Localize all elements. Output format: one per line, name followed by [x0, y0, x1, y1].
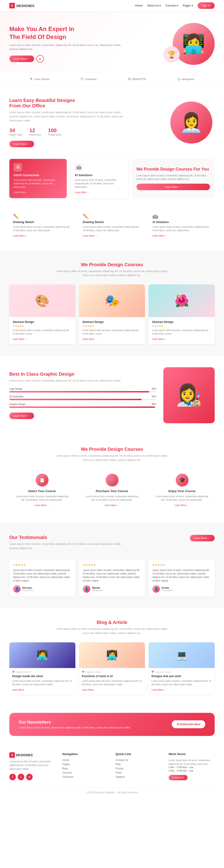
sketch-desc-2: Lorem ipsum dolor sit amet, consectetur … [83, 225, 141, 232]
ai-desc: Lorem ipsum dolor sit amet, consectetur … [75, 178, 124, 189]
testimonial-1: ★★★★★ Lqsum ipsum dolor sit amet, consec… [9, 560, 75, 596]
provide-desc: Lorem ipsum dolor sit amet, consectetur … [136, 174, 210, 181]
course-stars-2: ★★★★★ [83, 324, 142, 328]
progress-fill-logo [9, 391, 149, 393]
step-select-icon: 📋 [36, 474, 49, 487]
blog-date-3: 📅August 29, 2023 [152, 671, 212, 673]
subscribe-button[interactable]: ✉ Subscribe Now [172, 720, 205, 728]
step-purchase-link[interactable]: Learn More → [104, 504, 120, 506]
step-purchase-icon: 🛒 [106, 474, 119, 487]
signin-button[interactable]: Sign In [198, 2, 215, 9]
learn-image: 👩‍💼 [170, 101, 212, 144]
sketch-link-1[interactable]: Learn More → [13, 235, 28, 237]
ai-icon: 🤖 [75, 163, 83, 172]
footer-hours-1: 5 AM – 3 PM Mon – Sat [169, 766, 215, 769]
course-cards: 🎨 Abstract Design ★★★★★ Lorem ipsum dolo… [9, 284, 215, 344]
t-text-3: Lqsum ipsum dolor sit amet, consectetur … [152, 568, 211, 582]
footer-logo-icon: d [9, 752, 15, 758]
hero-person-icon: 👩‍💻 [182, 33, 205, 55]
footer-nav-home[interactable]: Home [63, 758, 109, 762]
brand-roulette: ⊙ ROULETTE [128, 77, 146, 81]
blog-link-3[interactable]: Learn More → [152, 688, 166, 691]
hero-heading: Make You An Expert In The Field Of Desig… [9, 25, 122, 41]
course-link-3[interactable]: Learn More → [152, 338, 167, 340]
provide-card: We Provide Design Courses For You Lorem … [132, 159, 215, 198]
sketch-card-1: ✏️ Drawing Sketch Lorem ipsum dolor sit … [9, 210, 75, 241]
step-purchase: 🛒 Purchase Your Course Lorem ipsum dolor… [79, 469, 145, 512]
step-select-link[interactable]: Learn More → [35, 504, 50, 506]
nav-pages[interactable]: Pages ▾ [183, 4, 193, 7]
footer-nav-blog[interactable]: Blog [63, 767, 109, 770]
footer-track[interactable]: Track [116, 771, 162, 774]
provide-steps-title: We Provide Design Courses [9, 446, 215, 452]
testimonials-desc: Lorem ipsum dolor sit amet, consectetur … [9, 542, 126, 550]
t-stars-2: ★★★★★ [83, 563, 141, 566]
t-text-2: Lqsum ipsum dolor sit amet, consectetur … [83, 568, 141, 582]
blog-desc-1: Lorem ipsum dolor sit amet, consectetur … [12, 679, 72, 686]
course-link-1[interactable]: Learn More → [12, 338, 28, 340]
sketch-link-2[interactable]: Learn More → [83, 235, 98, 237]
footer-pricing[interactable]: Pricing [116, 767, 162, 770]
testimonials-header: Our Testimonials Lorem ipsum dolor sit a… [9, 535, 215, 555]
t-name-2: Rando [92, 586, 103, 589]
nav-home[interactable]: Home [135, 4, 142, 7]
testimonials-btn[interactable]: Learn More → [190, 535, 215, 541]
footer-contact[interactable]: Contact Us [116, 758, 162, 762]
feature-cards: 🖥 UI/UX Conversion Lorem ipsum dolor sit… [0, 159, 224, 208]
footer-nav-courses[interactable]: Courses [63, 771, 109, 774]
learn-more-button-2[interactable]: Learn More → [9, 141, 34, 147]
blog-link-2[interactable]: Learn More → [82, 688, 97, 691]
progress-fill-3d [9, 399, 141, 400]
t-stars-3: ★★★★★ [152, 563, 211, 566]
progress-bars: Logo Design 95% 3D Illustration 90% Gr [9, 388, 156, 408]
footer-quick-title: Quick Link [116, 752, 162, 756]
graphic-learn-btn[interactable]: Learn More → [9, 412, 34, 419]
stat-expert: 34 Expert Team [9, 127, 22, 136]
hero-circle: 👩‍💻 [173, 23, 215, 65]
linkedin-icon[interactable]: in [26, 774, 33, 780]
uiux-title: UI/UX Conversion [13, 174, 63, 177]
sketch-title-2: Drawing Sketch [83, 220, 141, 224]
t-role-1: Designation [22, 589, 34, 591]
blog-link-1[interactable]: Learn More → [12, 688, 27, 691]
blog-card-2: 👩‍💻 📅August 29, 2023 Functions of tools … [79, 642, 145, 694]
course-title-2: Abstract Design [83, 320, 142, 323]
course-body-3: Abstract Design ★★★★★ Lorem ipsum dolor … [149, 317, 215, 344]
steps-row: 📋 Select Your Course Lorem ipsum dolor s… [9, 469, 215, 512]
course-img-1: 🎨 [9, 284, 75, 317]
twitter-icon[interactable]: t [18, 774, 24, 780]
sketch-icon-3: 🤖 [152, 214, 211, 219]
t-author-1: 👤 Devona Designation [13, 585, 72, 593]
footer-nav-pages[interactable]: Pages [63, 763, 109, 766]
footer-contact-btn[interactable]: Contact Us [169, 775, 188, 780]
provide-btn[interactable]: Learn More → [136, 184, 210, 190]
footer-nav-checkout[interactable]: Checkout [63, 775, 109, 778]
nav-courses[interactable]: Courses ▾ [165, 4, 178, 7]
step-enjoy-link[interactable]: Learn More → [174, 504, 189, 506]
learn-section: Learn Easy Beautiful Designs From Our Of… [0, 86, 224, 159]
facebook-icon[interactable]: f [9, 774, 16, 780]
footer-work-title: Work Hours [169, 752, 215, 756]
sketch-cards: ✏️ Drawing Sketch Lorem ipsum dolor sit … [0, 208, 224, 250]
course-card-2: 🎭 Abstract Design ★★★★★ Lorem ipsum dolo… [79, 284, 145, 344]
course-link-2[interactable]: Learn More → [83, 338, 97, 340]
t-avatar-2: 👤 [83, 585, 90, 593]
courses-title: We Provide Design Courses [9, 262, 215, 268]
testimonial-cards: ★★★★★ Lqsum ipsum dolor sit amet, consec… [9, 560, 215, 596]
play-button[interactable]: ▶ [36, 55, 44, 63]
logo-text: DESIGNES [16, 4, 35, 8]
blog-desc-2: Lorem ipsum dolor sit amet, consectetur … [82, 679, 142, 686]
footer-support[interactable]: Support [116, 775, 162, 778]
ai-link[interactable]: Learn More → [75, 191, 90, 194]
learn-more-button[interactable]: Learn More → [9, 56, 34, 62]
nav-about[interactable]: About Us ▾ [147, 4, 161, 7]
step-enjoy: 🎓 Enjoy Your Course Lorem ipsum dolor si… [149, 469, 215, 512]
footer-nav-col: Navigation Home Pages Blog Courses Check… [63, 752, 109, 780]
sketch-link-3[interactable]: Learn More → [152, 235, 167, 237]
uiux-link[interactable]: Learn More → [13, 191, 29, 194]
course-desc-1: Lorem ipsum dolor sit amet, consectetur … [12, 329, 72, 336]
ai-title: AI Solutions [75, 174, 124, 177]
blog-desc-3: Lorem ipsum dolor sit amet, consectetur … [152, 679, 212, 686]
course-card-1: 🎨 Abstract Design ★★★★★ Lorem ipsum dolo… [9, 284, 75, 344]
footer-faq[interactable]: FAQ [116, 763, 162, 766]
